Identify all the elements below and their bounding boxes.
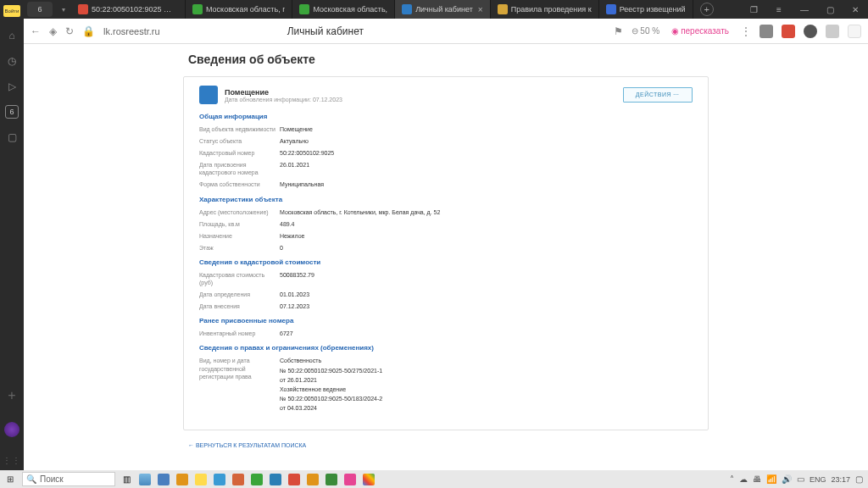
- tb-app-4[interactable]: [192, 470, 210, 488]
- tray-sound-icon[interactable]: 🔊: [782, 474, 792, 484]
- tab-count[interactable]: 6: [27, 2, 53, 17]
- browser-left-rail: Войти ⌂ ◷ ▷ 6 ▢ + ⋮⋮: [0, 0, 24, 470]
- tray-cloud-icon[interactable]: ☁: [739, 474, 748, 484]
- address-bar: ← ◈ ↻ 🔒 lk.rosreestr.ru Личный кабинет ⚑…: [24, 19, 868, 44]
- tray-lang[interactable]: ENG: [810, 475, 826, 484]
- home-icon[interactable]: ⌂: [5, 29, 19, 42]
- tab-title: Личный кабинет: [415, 5, 473, 14]
- alice-icon[interactable]: [4, 422, 19, 437]
- row-value: 01.01.2023: [280, 291, 693, 298]
- row-value: 26.01.2021: [280, 161, 693, 176]
- tab-dropdown[interactable]: ▾: [56, 0, 71, 19]
- back-icon[interactable]: ←: [31, 25, 41, 37]
- row-label: Вид объекта недвижимости: [199, 125, 280, 133]
- tb-app-13[interactable]: [359, 470, 378, 488]
- row-label: Дата внесения: [199, 302, 280, 310]
- tab-4[interactable]: Правила проведения к: [491, 0, 599, 19]
- tab-title: 50:22:0050102:9025 — ...: [92, 5, 178, 14]
- new-tab-button[interactable]: +: [697, 0, 717, 19]
- yandex-logo[interactable]: Войти: [3, 5, 20, 17]
- ext-icon-4[interactable]: [826, 25, 839, 38]
- copy-icon[interactable]: ❐: [741, 0, 766, 19]
- media-icon[interactable]: ▷: [5, 80, 19, 93]
- favicon: [402, 4, 412, 14]
- history-icon[interactable]: ◷: [5, 54, 19, 68]
- tray-print-icon[interactable]: 🖶: [753, 474, 761, 484]
- close-icon[interactable]: ×: [478, 5, 483, 14]
- actions-button[interactable]: ДЕЙСТВИЯ ⋯: [623, 87, 693, 103]
- tray-time[interactable]: 23:17: [831, 475, 850, 484]
- reload-icon[interactable]: ↻: [65, 25, 74, 37]
- tb-app-8[interactable]: [266, 470, 285, 488]
- object-type-icon: [199, 86, 218, 104]
- tab-3-active[interactable]: Личный кабинет ×: [395, 0, 491, 19]
- ext-icon-2[interactable]: [782, 25, 795, 38]
- tab-bar: 6 ▾ 50:22:0050102:9025 — ... Московская …: [24, 0, 868, 19]
- row-label: Назначение: [199, 232, 280, 240]
- row-label: Дата определения: [199, 291, 280, 298]
- tab-1[interactable]: Московская область, г: [186, 0, 292, 19]
- url-text[interactable]: lk.rosreestr.ru: [103, 26, 160, 36]
- section-general: Общая информация: [199, 113, 693, 120]
- page-title: Личный кабинет: [287, 25, 364, 37]
- section-prev: Ранее присвоенные номера: [199, 317, 693, 324]
- section-chars: Характеристики объекта: [199, 196, 693, 203]
- kebab-icon[interactable]: ⋮: [741, 25, 751, 37]
- info-row: Этаж0: [199, 244, 693, 252]
- shield-icon[interactable]: ◈: [49, 25, 57, 37]
- tb-app-10[interactable]: [303, 470, 322, 488]
- start-button[interactable]: ⊞: [0, 474, 20, 484]
- tb-app-6[interactable]: [229, 470, 248, 488]
- tab-title: Правила проведения к: [511, 5, 592, 14]
- ext-icon-1[interactable]: [760, 25, 773, 38]
- tray-wifi-icon[interactable]: 📶: [766, 474, 776, 484]
- task-view-icon[interactable]: ▥: [117, 470, 136, 488]
- tb-app-1[interactable]: [136, 470, 154, 488]
- menu-icon[interactable]: ≡: [766, 0, 792, 19]
- page-content: Сведения об объекте Помещение Дата обнов…: [24, 44, 868, 470]
- tb-app-12[interactable]: [341, 470, 359, 488]
- info-row: Адрес (местоположение)Московская область…: [199, 208, 693, 216]
- tb-app-2[interactable]: [154, 470, 173, 488]
- more-icon[interactable]: ⋮⋮: [3, 456, 21, 465]
- ext-icon-5[interactable]: [848, 25, 861, 38]
- row-value: 50:22:0050102:9025: [280, 149, 693, 157]
- taskbar-search[interactable]: 🔍 Поиск: [22, 472, 115, 486]
- minimize-icon[interactable]: —: [792, 0, 817, 19]
- tray-battery-icon[interactable]: ▭: [797, 474, 804, 484]
- favicon: [498, 4, 508, 14]
- maximize-icon[interactable]: ▢: [817, 0, 843, 19]
- tb-app-5[interactable]: [210, 470, 229, 488]
- tray-notif-icon[interactable]: ▢: [855, 474, 863, 484]
- info-row: НазначениеНежилое: [199, 232, 693, 240]
- close-window-icon[interactable]: ✕: [843, 0, 868, 19]
- tab-5[interactable]: Реестр извещений: [599, 0, 693, 19]
- bookmark-icon[interactable]: ⚑: [614, 25, 623, 37]
- row-label: Форма собственности: [199, 180, 280, 188]
- row-label: Дата присвоения кадастрового номера: [199, 161, 280, 176]
- row-label: Этаж: [199, 244, 280, 252]
- tab-0[interactable]: 50:22:0050102:9025 — ...: [71, 0, 186, 19]
- retell-button[interactable]: ◉ пересказать: [668, 25, 732, 37]
- row-label: Статус объекта: [199, 137, 280, 145]
- tb-app-7[interactable]: [248, 470, 266, 488]
- tb-app-3[interactable]: [173, 470, 192, 488]
- row-value: 489.4: [280, 220, 693, 228]
- row-value: 6727: [280, 330, 693, 337]
- tab-2[interactable]: Московская область,: [292, 0, 395, 19]
- tb-app-9[interactable]: [285, 470, 303, 488]
- tb-app-11[interactable]: [322, 470, 341, 488]
- info-row: Дата определения01.01.2023: [199, 291, 693, 298]
- row-label: Площадь, кв.м: [199, 220, 280, 228]
- tray-up-icon[interactable]: ˄: [730, 474, 734, 484]
- back-link[interactable]: ВЕРНУТЬСЯ К РЕЗУЛЬТАТАМ ПОИСКА: [183, 442, 709, 448]
- tabs-badge[interactable]: 6: [5, 105, 19, 119]
- row-value: 0: [280, 244, 693, 252]
- collections-icon[interactable]: ▢: [5, 130, 19, 144]
- add-icon[interactable]: +: [8, 388, 15, 403]
- row-value: 50088352.79: [280, 271, 693, 286]
- zoom-control[interactable]: ⊖ 50 %: [632, 26, 659, 36]
- ext-icon-3[interactable]: [804, 25, 817, 38]
- info-row: Кадастровый номер50:22:0050102:9025: [199, 149, 693, 157]
- row-label: Кадастровый номер: [199, 149, 280, 157]
